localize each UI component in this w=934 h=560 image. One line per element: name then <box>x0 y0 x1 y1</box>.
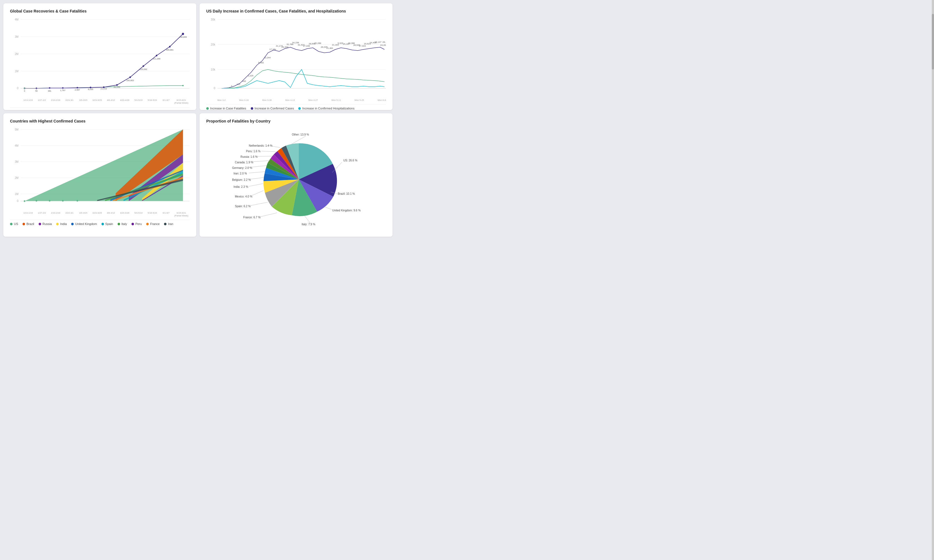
pie-label-canada: Canada: 1.9 % <box>235 161 253 164</box>
svg-point-12 <box>49 87 51 89</box>
svg-text:2M: 2M <box>15 176 18 180</box>
svg-point-100 <box>49 200 51 202</box>
svg-text:399,881: 399,881 <box>166 49 173 51</box>
svg-text:27,449: 27,449 <box>303 45 310 47</box>
case-fatalities-dot <box>206 107 209 110</box>
us-daily-title: US Daily Increase in Confirmed Cases, Ca… <box>206 9 386 13</box>
global-recoveries-title: Global Case Recoveries & Case Fatalities <box>10 9 190 13</box>
svg-line-113 <box>249 172 265 173</box>
x-label: 3/23-3/29 <box>90 212 104 217</box>
x-label: 1/27-2/2 <box>35 212 49 217</box>
svg-text:17,343: 17,343 <box>359 45 366 47</box>
svg-point-37 <box>182 85 184 86</box>
pie-label-us: US: 26.6 % <box>343 159 358 162</box>
svg-text:225,092: 225,092 <box>140 68 147 71</box>
pie-chart-svg: US: 26.6 % Brazil: 10.1 % United Kingdom… <box>227 129 365 229</box>
countries-highest-card: Countries with Highest Confirmed Cases 5… <box>3 113 196 237</box>
svg-text:0: 0 <box>17 87 18 90</box>
pie-label-other: Other: 13.9 % <box>292 133 309 136</box>
svg-text:0: 0 <box>24 90 25 92</box>
x-label: 6/15-6/21(Partial Week) <box>173 99 190 104</box>
countries-legend: US Brazil Russia India United Kingdom <box>10 220 190 226</box>
svg-text:4M: 4M <box>15 144 18 147</box>
svg-point-19 <box>143 65 144 67</box>
svg-text:4M: 4M <box>15 18 18 21</box>
x-label: Mon 6-8 <box>378 99 386 102</box>
legend-case-fatalities: Increase in Case Fatalities <box>206 107 246 110</box>
legend-hospitalizations: Increase in Confirmed Hospitalizations <box>298 107 354 110</box>
dashboard: Global Case Recoveries & Case Fatalities… <box>3 3 393 237</box>
svg-text:21,481: 21,481 <box>326 47 333 49</box>
svg-text:81,093: 81,093 <box>114 86 120 88</box>
hospitalizations-dot <box>298 107 301 110</box>
legend-iran: Iran <box>164 222 173 226</box>
scrollbar[interactable] <box>932 0 934 560</box>
svg-text:16,147: 16,147 <box>375 41 382 43</box>
svg-text:12,244: 12,244 <box>264 56 271 59</box>
x-label: Mon 3-30 <box>262 99 272 102</box>
pie-label-belgium: Belgium: 2.2 % <box>232 178 251 182</box>
svg-text:7: 7 <box>231 85 233 87</box>
x-label: Mon 5-25 <box>355 99 364 102</box>
pie-label-spain: Spain: 6.2 % <box>235 205 251 208</box>
hospitalizations-label: Increase in Confirmed Hospitalizations <box>302 107 354 110</box>
legend-russia: Russia <box>39 222 52 226</box>
svg-point-22 <box>182 33 184 35</box>
legend-india: India <box>56 222 67 226</box>
legend-uk: United Kingdom <box>71 222 97 226</box>
countries-highest-title: Countries with Highest Confirmed Cases <box>10 119 190 123</box>
pie-chart-area: US: 26.6 % Brazil: 10.1 % United Kingdom… <box>206 127 386 232</box>
x-label: 6/15-6/21(Partial Week) <box>173 212 190 217</box>
svg-text:436,899: 436,899 <box>179 36 187 38</box>
x-label: 4/6-4/12 <box>104 212 118 217</box>
svg-text:25,288: 25,288 <box>314 42 321 45</box>
x-label: 5/4-5/10 <box>131 212 145 217</box>
fatalities-proportion-card: Proportion of Fatalities by Country <box>200 113 393 237</box>
pie-label-russia: Russia: 1.6 % <box>240 155 258 158</box>
svg-point-99 <box>35 200 37 202</box>
global-recoveries-card: Global Case Recoveries & Case Fatalities… <box>3 3 196 110</box>
svg-line-111 <box>249 184 263 186</box>
x-label: 6/1-6/7 <box>159 212 173 217</box>
svg-text:24,261: 24,261 <box>380 44 386 46</box>
svg-text:28,392: 28,392 <box>382 41 386 43</box>
countries-svg: 5M 4M 3M 2M 1M 0 <box>10 127 190 210</box>
global-recoveries-chart: 4M 3M 2M 1M 0 <box>10 17 190 106</box>
x-label: 3/23-3/29 <box>90 99 104 104</box>
x-label: 1/13-1/19 <box>21 99 35 104</box>
svg-text:435: 435 <box>242 80 246 83</box>
svg-text:20k: 20k <box>211 43 216 46</box>
us-daily-legend: Increase in Case Fatalities Increase in … <box>206 104 386 110</box>
us-daily-card: US Daily Increase in Confirmed Cases, Ca… <box>200 3 393 110</box>
svg-point-18 <box>129 76 131 78</box>
legend-confirmed-cases: Increase in Confirmed Cases <box>251 107 294 110</box>
pie-label-brazil: Brazil: 10.1 % <box>338 192 355 195</box>
svg-text:1M: 1M <box>15 70 18 73</box>
countries-chart: 5M 4M 3M 2M 1M 0 <box>10 127 190 221</box>
svg-text:5,962: 5,962 <box>258 62 264 64</box>
svg-point-21 <box>169 46 171 48</box>
us-daily-chart: 30k 20k 10k 0 7 111 435 2,225 5,962 12,2… <box>206 17 386 106</box>
svg-text:2,225: 2,225 <box>248 74 254 77</box>
svg-point-101 <box>62 200 64 202</box>
svg-text:0: 0 <box>214 87 216 90</box>
svg-text:1,767: 1,767 <box>60 89 65 92</box>
svg-text:361: 361 <box>48 90 51 92</box>
svg-text:311,288: 311,288 <box>153 57 160 60</box>
x-label: Mon 3-2 <box>217 99 225 102</box>
scrollbar-thumb[interactable] <box>932 14 934 69</box>
legend-brazil: Brazil <box>23 222 34 226</box>
pie-label-uk: United Kingdom: 9.6 % <box>332 209 361 212</box>
case-fatalities-label: Increase in Case Fatalities <box>210 107 246 110</box>
svg-text:1M: 1M <box>15 192 18 195</box>
x-label: 2/24-3/1 <box>63 99 76 104</box>
x-label: 5/18-5/24 <box>145 99 159 104</box>
svg-text:9,329: 9,329 <box>338 42 343 45</box>
x-label: 3/9-3/15 <box>76 212 90 217</box>
x-label: 5/18-5/24 <box>145 212 159 217</box>
pie-label-india: India: 2.3 % <box>233 185 248 188</box>
confirmed-cases-dot <box>251 107 253 110</box>
svg-text:30k: 30k <box>211 18 216 21</box>
svg-text:25,259: 25,259 <box>101 88 107 90</box>
svg-point-13 <box>62 87 64 89</box>
